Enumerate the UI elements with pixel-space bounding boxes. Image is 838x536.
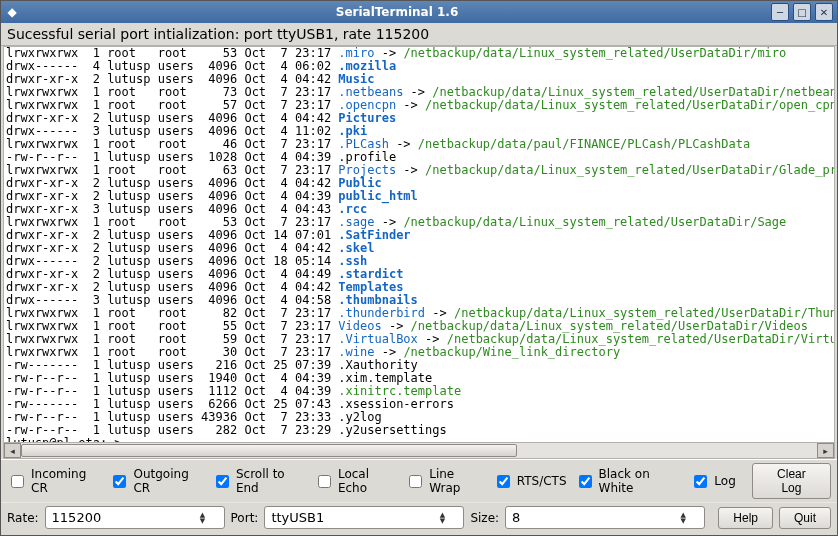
line-wrap-checkbox[interactable]: Line Wrap [405,467,485,495]
spinner-icon[interactable]: ▲▼ [437,512,447,524]
size-label: Size: [470,511,499,525]
scroll-thumb[interactable] [21,444,517,457]
close-button[interactable]: ✕ [815,3,833,21]
window-title: SerialTerminal 1.6 [23,5,771,19]
clear-log-button[interactable]: Clear Log [752,463,831,499]
app-icon: ◆ [1,5,23,19]
port-label: Port: [231,511,259,525]
scroll-track[interactable] [21,444,817,457]
quit-button[interactable]: Quit [779,507,831,529]
log-checkbox[interactable]: Log [690,472,735,491]
spinner-icon[interactable]: ▲▼ [198,512,208,524]
options-toolbar: Incoming CR Outgoing CR Scroll to End Lo… [1,459,837,502]
outgoing-cr-checkbox[interactable]: Outgoing CR [109,467,203,495]
scroll-left-button[interactable]: ◂ [4,443,21,458]
local-echo-checkbox[interactable]: Local Echo [314,467,397,495]
h-scrollbar[interactable]: ◂ ▸ [4,442,834,458]
spinner-icon[interactable]: ▲▼ [678,512,688,524]
port-input[interactable] [269,509,433,526]
terminal-output[interactable]: lrwxrwxrwx 1 root root 53 Oct 7 23:17 .m… [4,47,834,442]
incoming-cr-checkbox[interactable]: Incoming CR [7,467,101,495]
maximize-button[interactable]: □ [793,3,811,21]
app-window: ◆ SerialTerminal 1.6 ─ □ ✕ Sucessful ser… [0,0,838,536]
minimize-button[interactable]: ─ [771,3,789,21]
scroll-to-end-checkbox[interactable]: Scroll to End [212,467,306,495]
scroll-right-button[interactable]: ▸ [817,443,834,458]
rate-combo[interactable]: ▲▼ [45,506,225,529]
size-combo[interactable]: ▲▼ [505,506,705,529]
rate-label: Rate: [7,511,39,525]
rate-input[interactable] [50,509,194,526]
connection-toolbar: Rate: ▲▼ Port: ▲▼ Size: ▲▼ Help Quit [1,502,837,535]
size-input[interactable] [510,509,674,526]
terminal-panel: lrwxrwxrwx 1 root root 53 Oct 7 23:17 .m… [3,46,835,459]
status-bar: Sucessful serial port intialization: por… [1,23,837,46]
title-bar: ◆ SerialTerminal 1.6 ─ □ ✕ [1,1,837,23]
help-button[interactable]: Help [718,507,773,529]
black-on-white-checkbox[interactable]: Black on White [575,467,683,495]
rts-cts-checkbox[interactable]: RTS/CTS [493,472,567,491]
port-combo[interactable]: ▲▼ [264,506,464,529]
